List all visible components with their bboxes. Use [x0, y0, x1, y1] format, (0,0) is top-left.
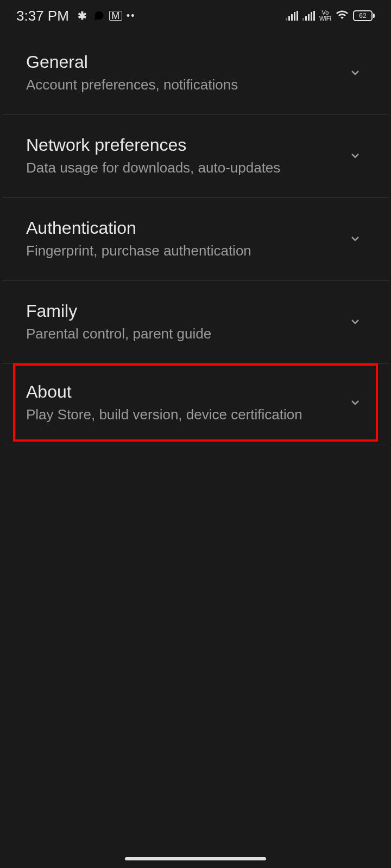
settings-item-subtitle: Data usage for downloads, auto-updates: [26, 159, 348, 176]
settings-text: Authentication Fingerprint, purchase aut…: [26, 218, 348, 259]
settings-item-subtitle: Account preferences, notifications: [26, 76, 348, 93]
whatsapp-icon: [93, 10, 105, 22]
settings-item-title: General: [26, 52, 348, 72]
settings-text: About Play Store, build version, device …: [26, 382, 348, 423]
settings-item-subtitle: Fingerprint, purchase authentication: [26, 242, 348, 259]
status-bar-left: 3:37 PM ✱ M ••: [16, 8, 135, 24]
settings-item-family[interactable]: Family Parental control, parent guide: [2, 280, 389, 363]
settings-item-title: Network preferences: [26, 135, 348, 155]
chevron-down-icon: [348, 395, 363, 410]
chevron-down-icon: [348, 314, 363, 329]
chevron-down-icon: [348, 231, 363, 246]
settings-item-title: Family: [26, 301, 348, 321]
vowifi-line2: WiFi: [319, 16, 331, 22]
settings-item-subtitle: Play Store, build version, device certif…: [26, 406, 348, 423]
slack-icon: ✱: [77, 10, 89, 22]
settings-text: Network preferences Data usage for downl…: [26, 135, 348, 176]
settings-item-about[interactable]: About Play Store, build version, device …: [13, 363, 378, 442]
chevron-down-icon: [348, 65, 363, 80]
more-notifications-icon: ••: [127, 10, 136, 22]
settings-item-title: Authentication: [26, 218, 348, 238]
settings-item-subtitle: Parental control, parent guide: [26, 326, 348, 342]
battery-level: 62: [359, 12, 366, 20]
settings-list: General Account preferences, notificatio…: [0, 31, 391, 444]
settings-item-authentication[interactable]: Authentication Fingerprint, purchase aut…: [2, 197, 389, 280]
status-bar-right: Vo WiFi 62: [286, 8, 375, 23]
status-bar: 3:37 PM ✱ M •• Vo WiFi: [0, 0, 391, 31]
status-time: 3:37 PM: [16, 8, 69, 24]
signal-icon-1: [286, 11, 298, 21]
settings-text: General Account preferences, notificatio…: [26, 52, 348, 93]
signal-icon-2: [302, 11, 315, 21]
vowifi-icon: Vo WiFi: [319, 10, 331, 22]
settings-item-network[interactable]: Network preferences Data usage for downl…: [2, 114, 389, 197]
wifi-icon: [336, 8, 349, 23]
settings-item-general[interactable]: General Account preferences, notificatio…: [2, 31, 389, 114]
home-indicator[interactable]: [125, 857, 266, 860]
notification-icons: ✱ M ••: [77, 10, 136, 22]
gmail-icon: M: [109, 11, 122, 21]
chevron-down-icon: [348, 148, 363, 163]
battery-icon: 62: [353, 10, 375, 21]
settings-item-title: About: [26, 382, 348, 402]
settings-text: Family Parental control, parent guide: [26, 301, 348, 342]
